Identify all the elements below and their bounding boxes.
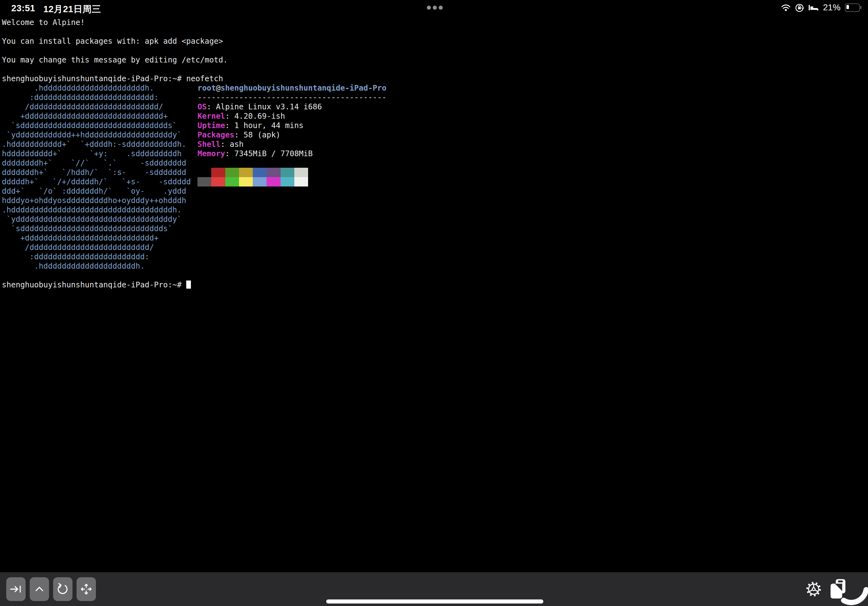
corner-drag-handle-icon[interactable] xyxy=(840,578,868,606)
user-host-line: root@shenghuobuyishunshuntanqide-iPad-Pr… xyxy=(197,84,386,93)
tab-icon xyxy=(9,583,23,596)
color-swatch xyxy=(239,168,253,177)
color-swatch xyxy=(211,177,225,186)
neofetch-output: .hddddddddddddddddddddddh. :dddddddddddd… xyxy=(0,84,868,271)
at-sign: @ xyxy=(216,84,221,93)
dot-icon xyxy=(433,6,437,10)
color-swatch xyxy=(267,168,280,177)
orientation-lock-icon xyxy=(795,3,804,12)
arrow-keys-button[interactable] xyxy=(76,577,96,601)
battery-icon xyxy=(845,3,860,12)
terminal-cursor xyxy=(186,281,191,288)
color-swatch xyxy=(294,168,308,177)
dot-icon xyxy=(439,6,443,10)
neofetch-info: root@shenghuobuyishunshuntanqide-iPad-Pr… xyxy=(197,84,386,186)
color-swatch xyxy=(197,177,211,186)
wifi-icon xyxy=(781,4,790,11)
settings-button[interactable] xyxy=(806,581,822,597)
color-swatch xyxy=(267,177,280,186)
multitasking-dots-icon[interactable] xyxy=(427,6,443,10)
clock: 23:51 xyxy=(11,3,35,15)
color-swatch xyxy=(239,177,253,186)
battery-percent: 21% xyxy=(823,3,840,12)
gear-icon xyxy=(806,581,822,597)
alpine-ascii-logo: .hddddddddddddddddddddddh. :dddddddddddd… xyxy=(0,84,868,271)
command-line: shenghuobuyishunshuntanqide-iPad-Pro:~# … xyxy=(0,74,868,84)
date: 12月21日周三 xyxy=(43,3,101,15)
status-bar: 23:51 12月21日周三 xyxy=(0,0,868,17)
rotate-ccw-icon xyxy=(56,583,69,596)
four-way-arrows-icon xyxy=(80,583,93,596)
ctrl-key-button[interactable] xyxy=(30,577,49,601)
hostname: shenghuobuyishunshuntanqide-iPad-Pro xyxy=(221,84,386,93)
tab-key-button[interactable] xyxy=(6,577,26,601)
color-swatch xyxy=(225,168,239,177)
username: root xyxy=(197,84,216,93)
color-swatch xyxy=(281,168,294,177)
caret-icon xyxy=(33,583,46,596)
info-field-kernel: Kernel: 4.20.69-ish xyxy=(197,112,386,121)
esc-restore-key-button[interactable] xyxy=(53,577,73,601)
color-swatch xyxy=(197,168,211,177)
info-field-shell: Shell: ash xyxy=(197,139,386,149)
typed-command: neofetch xyxy=(186,74,223,83)
terminal-screen[interactable]: Welcome to Alpine! You can install packa… xyxy=(0,18,868,290)
color-swatch xyxy=(253,177,267,186)
color-swatch xyxy=(211,168,225,177)
battery-level xyxy=(846,5,849,9)
info-field-packages: Packages: 58 (apk) xyxy=(197,130,386,139)
current-prompt-line: shenghuobuyishunshuntanqide-iPad-Pro:~# xyxy=(0,280,868,290)
sleep-mode-icon xyxy=(808,5,818,11)
separator-line: ----------------------------------------… xyxy=(197,93,386,102)
color-swatch xyxy=(225,177,239,186)
info-field-os: OS: Alpine Linux v3.14 i686 xyxy=(197,102,386,112)
ipad-screen: 23:51 12月21日周三 xyxy=(0,0,868,606)
shell-prompt: shenghuobuyishunshuntanqide-iPad-Pro:~# xyxy=(2,280,186,289)
keyboard-accessory-bar xyxy=(0,572,868,606)
color-swatch xyxy=(294,177,308,186)
color-swatch xyxy=(281,177,294,186)
color-swatch xyxy=(253,168,267,177)
battery-nub xyxy=(860,6,862,9)
motd-text: Welcome to Alpine! You can install packa… xyxy=(0,18,868,65)
dot-icon xyxy=(427,6,431,10)
palette-row2 xyxy=(197,177,386,186)
info-field-uptime: Uptime: 1 hour, 44 mins xyxy=(197,121,386,130)
shell-prompt: shenghuobuyishunshuntanqide-iPad-Pro:~# xyxy=(2,74,186,83)
home-indicator[interactable] xyxy=(326,600,543,603)
info-field-memory: Memory: 7345MiB / 7708MiB xyxy=(197,149,386,158)
palette-row1 xyxy=(197,168,386,177)
